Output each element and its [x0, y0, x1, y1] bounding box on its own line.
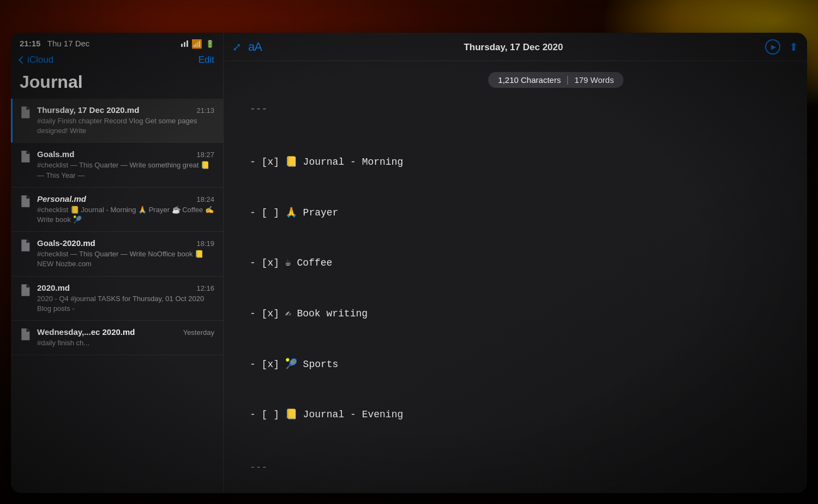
expand-icon[interactable]: ⤢: [232, 40, 242, 53]
note-title-2: Personal.md: [37, 194, 86, 203]
line-separator-1: ---: [250, 101, 790, 118]
status-bar: 21:15 Thu 17 Dec 📶 🔋: [11, 33, 223, 52]
status-date: Thu 17 Dec: [47, 39, 90, 48]
line-journal-morning: - [x] 📒 Journal - Morning: [250, 154, 790, 171]
share-button[interactable]: ⬆: [789, 40, 798, 53]
note-header-3: Goals-2020.md 18:19: [37, 238, 214, 248]
note-content-4: 2020.md 12:16 2020 - Q4 #journal TASKS f…: [37, 283, 214, 314]
note-body[interactable]: --- - [x] 📒 Journal - Morning - [ ] 🙏 Pr…: [250, 65, 790, 493]
signal-bar-2: [184, 42, 185, 47]
note-time-5: Yesterday: [183, 328, 214, 337]
play-button[interactable]: [765, 39, 780, 55]
notes-sidebar: 21:15 Thu 17 Dec 📶 🔋 iCloud: [11, 33, 224, 493]
character-count: 1,210 Characters: [498, 75, 561, 85]
note-preview-5: #daily finish ch...: [37, 338, 214, 348]
battery-icon: 🔋: [206, 40, 214, 48]
note-content-0: Thursday, 17 Dec 2020.md 21:13 #daily Fi…: [37, 105, 214, 136]
ipad-frame: 21:15 Thu 17 Dec 📶 🔋 iCloud: [11, 33, 807, 493]
note-file-icon-1: [20, 151, 31, 165]
note-file-icon-5: [20, 328, 31, 343]
note-item-0[interactable]: Thursday, 17 Dec 2020.md 21:13 #daily Fi…: [11, 99, 223, 143]
edit-button[interactable]: Edit: [199, 55, 214, 65]
note-title-5: Wednesday,...ec 2020.md: [37, 327, 135, 337]
note-item-5[interactable]: Wednesday,...ec 2020.md Yesterday #daily…: [11, 321, 223, 355]
word-count: 179 Words: [574, 75, 614, 85]
note-file-icon-3: [20, 239, 31, 254]
editor-date-title: Thursday, 17 Dec 2020: [268, 39, 759, 55]
line-book-writing: - [x] ✍ Book writing: [250, 305, 790, 323]
note-item-1[interactable]: Goals.md 18:27 #checklist — This Quarter…: [11, 143, 223, 187]
signal-bar-3: [187, 40, 188, 47]
word-count-badge: 1,210 Characters 179 Words: [488, 72, 623, 88]
note-item-4[interactable]: 2020.md 12:16 2020 - Q4 #journal TASKS f…: [11, 277, 223, 321]
note-content-3: Goals-2020.md 18:19 #checklist — This Qu…: [37, 238, 214, 269]
note-file-icon-2: [20, 195, 31, 209]
line-separator-2: ---: [250, 459, 790, 477]
note-preview-0: #daily Finish chapter Record Vlog Get so…: [37, 116, 214, 136]
word-count-separator: [567, 76, 568, 85]
notes-list: Thursday, 17 Dec 2020.md 21:13 #daily Fi…: [11, 99, 223, 493]
note-preview-1: #checklist — This Quarter — Write someth…: [37, 160, 214, 180]
note-time-1: 18:27: [196, 151, 214, 159]
note-time-2: 18:24: [196, 195, 214, 203]
note-item-2[interactable]: Personal.md 18:24 #checklist 📒 Journal -…: [11, 188, 223, 232]
sidebar-nav: iCloud Edit: [11, 52, 223, 70]
note-item-3[interactable]: Goals-2020.md 18:19 #checklist — This Qu…: [11, 232, 223, 276]
signal-bar-1: [181, 44, 183, 47]
line-prayer: - [ ] 🙏 Prayer: [250, 205, 790, 222]
status-icons: 📶 🔋: [181, 39, 214, 49]
note-editor: ⤢ aA Thursday, 17 Dec 2020 ⬆ 1,210 Chara…: [224, 33, 807, 493]
sidebar-title: Journal: [11, 70, 223, 99]
note-preview-4: 2020 - Q4 #journal TASKS for Thursday, 0…: [37, 294, 214, 314]
signal-bars-icon: [181, 40, 188, 47]
note-time-0: 21:13: [196, 106, 214, 115]
editor-content-area[interactable]: 1,210 Characters 179 Words --- - [x] 📒 J…: [224, 61, 807, 493]
text-format-aa-button[interactable]: aA: [248, 40, 262, 54]
editor-toolbar: ⤢ aA Thursday, 17 Dec 2020 ⬆: [224, 33, 807, 61]
line-sports: - [x] 🎾 Sports: [250, 356, 790, 374]
note-time-3: 18:19: [196, 239, 214, 248]
note-file-icon-4: [20, 284, 31, 298]
note-title-4: 2020.md: [37, 283, 70, 292]
note-time-4: 12:16: [196, 284, 214, 292]
note-header-5: Wednesday,...ec 2020.md Yesterday: [37, 327, 214, 337]
line-journal-evening: - [ ] 📒 Journal - Evening: [250, 406, 790, 424]
note-preview-2: #checklist 📒 Journal - Morning 🙏 Prayer …: [37, 205, 214, 225]
note-content-5: Wednesday,...ec 2020.md Yesterday #daily…: [37, 327, 214, 348]
note-title-0: Thursday, 17 Dec 2020.md: [37, 105, 139, 115]
note-header-2: Personal.md 18:24: [37, 194, 214, 203]
toolbar-right-actions: ⬆: [765, 39, 798, 55]
line-coffee: - [x] ☕ Coffee: [250, 255, 790, 272]
icloud-label: iCloud: [27, 55, 53, 65]
note-header-4: 2020.md 12:16: [37, 283, 214, 292]
status-time: 21:15: [20, 39, 40, 48]
icloud-back-button[interactable]: iCloud: [20, 55, 53, 65]
note-header-0: Thursday, 17 Dec 2020.md 21:13: [37, 105, 214, 115]
note-preview-3: #checklist — This Quarter — Write NoOffi…: [37, 249, 214, 269]
wifi-icon: 📶: [191, 39, 202, 49]
note-file-icon-0: [20, 106, 31, 121]
chevron-left-icon: [19, 56, 26, 64]
ipad-screen: 21:15 Thu 17 Dec 📶 🔋 iCloud: [11, 33, 807, 493]
note-title-1: Goals.md: [37, 149, 74, 159]
note-content-1: Goals.md 18:27 #checklist — This Quarter…: [37, 149, 214, 180]
note-header-1: Goals.md 18:27: [37, 149, 214, 159]
note-content-2: Personal.md 18:24 #checklist 📒 Journal -…: [37, 194, 214, 225]
note-title-3: Goals-2020.md: [37, 238, 95, 248]
